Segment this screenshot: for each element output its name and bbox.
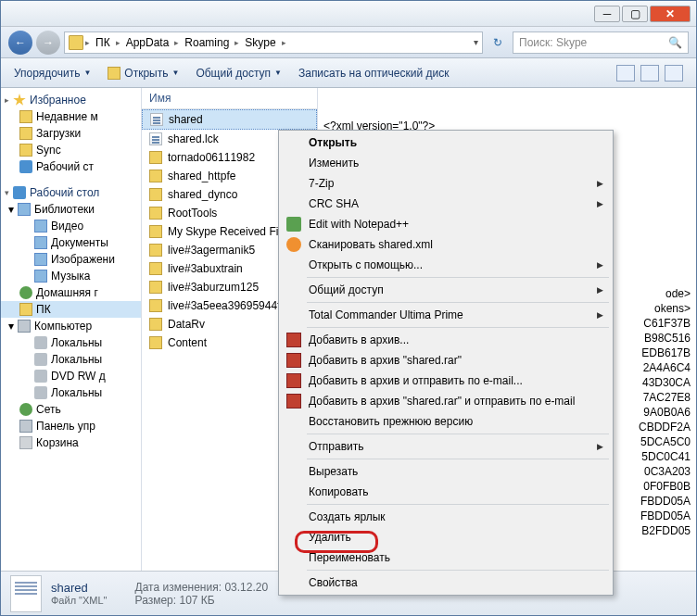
column-header[interactable]: Имя <box>142 88 317 109</box>
refresh-button[interactable]: ↻ <box>487 31 509 54</box>
desktop-icon <box>13 186 26 199</box>
context-menu-item[interactable]: CRC SHA▶ <box>281 194 611 214</box>
sidebar-item[interactable]: Панель упр <box>1 418 141 434</box>
drive-icon <box>34 386 47 399</box>
network-icon <box>19 403 32 416</box>
folder-icon <box>149 225 162 238</box>
sidebar-item[interactable]: Видео <box>1 218 141 234</box>
context-menu-item[interactable]: Переименовать <box>281 547 611 568</box>
sidebar: ▸Избранное Недавние м Загрузки Sync Рабо… <box>1 88 142 571</box>
sidebar-item[interactable]: Локальны <box>1 334 141 351</box>
sidebar-item[interactable]: Загрузки <box>1 125 141 142</box>
submenu-arrow-icon: ▶ <box>597 310 603 320</box>
forward-button[interactable]: → <box>36 31 60 55</box>
sidebar-item[interactable]: ▾Библиотеки <box>1 201 141 218</box>
titlebar: ─ ▢ ✕ <box>1 1 696 27</box>
context-menu-item[interactable]: Добавить в архив и отправить по e-mail..… <box>281 371 611 391</box>
xml-file-icon <box>150 113 163 126</box>
folder-icon <box>149 262 162 275</box>
sidebar-item[interactable]: Сеть <box>1 401 141 418</box>
sidebar-item[interactable]: Изображени <box>1 251 141 268</box>
minimize-button[interactable]: ─ <box>594 6 620 22</box>
context-menu-item[interactable]: Копировать <box>281 482 611 502</box>
context-menu-item[interactable]: Total Commander Ultima Prime▶ <box>281 305 611 325</box>
desktop-icon <box>19 160 32 173</box>
preview-pane-button[interactable] <box>640 65 659 82</box>
documents-icon <box>34 236 47 249</box>
sidebar-item[interactable]: Музыка <box>1 268 141 284</box>
breadcrumb-seg[interactable]: ПК <box>92 34 114 51</box>
context-menu-item[interactable]: Изменить <box>281 153 611 173</box>
breadcrumb-seg[interactable]: Roaming <box>181 34 233 51</box>
np-icon <box>286 217 301 232</box>
context-menu-item[interactable]: Общий доступ▶ <box>281 280 611 300</box>
search-icon: 🔍 <box>668 36 682 49</box>
sidebar-item[interactable]: ▾Компьютер <box>1 318 141 334</box>
status-filename: shared <box>51 581 108 595</box>
drive-icon <box>34 336 47 349</box>
search-input[interactable]: Поиск: Skype 🔍 <box>513 31 689 54</box>
video-icon <box>34 220 47 233</box>
navbar: ← → ▸ ПК▸ AppData▸ Roaming▸ Skype▸ ▾ ↻ П… <box>1 27 696 58</box>
context-menu-item[interactable]: Добавить в архив "shared.rar" <box>281 350 611 371</box>
submenu-arrow-icon: ▶ <box>597 199 603 208</box>
sidebar-item[interactable]: Локальны <box>1 384 141 401</box>
help-button[interactable] <box>665 65 683 82</box>
sidebar-item[interactable]: Домашняя г <box>1 284 141 301</box>
organize-menu[interactable]: Упорядочить▼ <box>14 67 91 80</box>
context-menu-item[interactable]: Восстановить прежнюю версию <box>281 411 611 432</box>
sidebar-item[interactable]: Sync <box>1 142 141 158</box>
drive-icon <box>34 353 47 366</box>
sidebar-item[interactable]: Корзина <box>1 434 141 451</box>
sidebar-item[interactable]: DVD RW д <box>1 368 141 384</box>
context-menu-item[interactable]: Добавить в архив "shared.rar" и отправит… <box>281 391 611 411</box>
breadcrumb[interactable]: ▸ ПК▸ AppData▸ Roaming▸ Skype▸ ▾ <box>64 31 483 54</box>
folder-icon <box>149 207 162 220</box>
context-menu-item[interactable]: Edit with Notepad++ <box>281 214 611 234</box>
burn-button[interactable]: Записать на оптический диск <box>298 67 450 80</box>
rar-icon <box>286 373 301 388</box>
breadcrumb-seg[interactable]: Skype <box>241 34 279 51</box>
context-menu-item[interactable]: Вырезать <box>281 461 611 482</box>
folder-icon <box>149 188 162 201</box>
sidebar-item[interactable]: Рабочий ст <box>1 158 141 175</box>
context-menu-item[interactable]: Добавить в архив... <box>281 330 611 350</box>
folder-icon <box>19 303 32 316</box>
favorites-header[interactable]: ▸Избранное <box>1 92 141 108</box>
folder-icon <box>149 170 162 182</box>
close-button[interactable]: ✕ <box>650 6 691 22</box>
breadcrumb-seg[interactable]: AppData <box>122 34 173 51</box>
sidebar-item[interactable]: Недавние м <box>1 108 141 125</box>
context-menu-item[interactable]: Сканировать shared.xml <box>281 234 611 255</box>
folder-icon <box>149 244 162 257</box>
folder-icon <box>19 110 32 123</box>
back-button[interactable]: ← <box>8 31 32 55</box>
context-menu-item[interactable]: Свойства <box>281 572 611 593</box>
submenu-arrow-icon: ▶ <box>597 260 603 270</box>
share-menu[interactable]: Общий доступ▼ <box>196 67 282 80</box>
context-menu: ОткрытьИзменить7-Zip▶CRC SHA▶Edit with N… <box>278 130 614 596</box>
sidebar-item[interactable]: Документы <box>1 234 141 251</box>
context-menu-item[interactable]: Создать ярлык <box>281 507 611 527</box>
open-menu[interactable]: Открыть▼ <box>108 67 179 80</box>
rar-icon <box>286 353 301 368</box>
maximize-button[interactable]: ▢ <box>622 6 648 22</box>
context-menu-item[interactable]: Отправить▶ <box>281 436 611 457</box>
folder-icon <box>149 151 162 164</box>
folder-icon <box>19 127 32 140</box>
sidebar-item-pk[interactable]: ПК <box>1 301 141 318</box>
desktop-header[interactable]: ▾Рабочий стол <box>1 184 141 201</box>
folder-open-icon <box>108 67 120 80</box>
context-menu-item[interactable]: Открыть <box>281 132 611 153</box>
context-menu-item[interactable]: Открыть с помощью...▶ <box>281 255 611 275</box>
context-menu-item[interactable]: Удалить <box>281 527 611 547</box>
submenu-arrow-icon: ▶ <box>597 285 603 295</box>
context-menu-item[interactable]: 7-Zip▶ <box>281 173 611 194</box>
sidebar-item[interactable]: Локальны <box>1 351 141 368</box>
trash-icon <box>19 436 32 449</box>
view-button[interactable] <box>616 65 635 82</box>
or-icon <box>286 237 301 252</box>
file-row[interactable]: shared <box>142 109 317 130</box>
star-icon <box>13 94 26 107</box>
folder-icon <box>149 336 162 349</box>
